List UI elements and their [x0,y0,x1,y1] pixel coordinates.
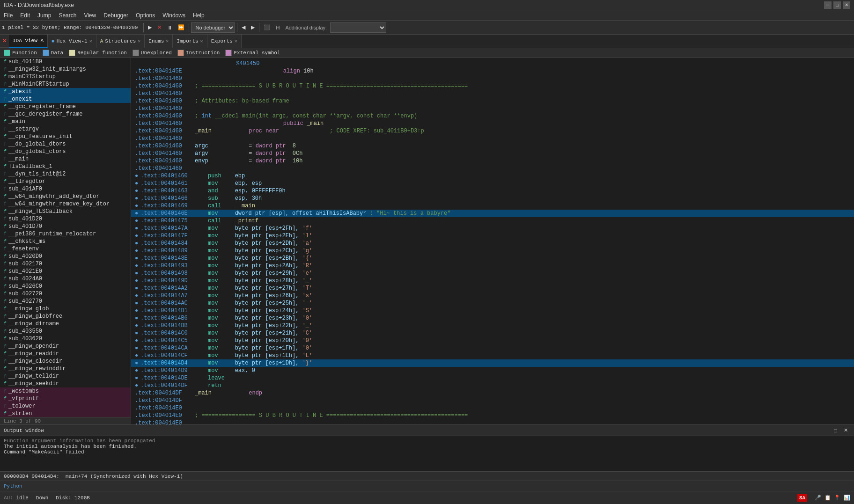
menu-options[interactable]: Options [132,11,159,20]
graph-button[interactable]: ⬛ [261,22,272,33]
debugger-select[interactable]: No debugger [191,22,235,33]
asm-line-mov-T[interactable]: ● .text:004014A2 mov byte ptr [esp+27h],… [131,285,854,292]
asm-line-retn[interactable]: ● .text:004014DF retn [131,382,854,389]
output-close-button[interactable]: ✕ [841,425,850,436]
tab-hex-close[interactable]: ✕ [89,38,92,44]
asm-line-mov-l[interactable]: ● .text:0040147F mov byte ptr [esp+2Eh],… [131,232,854,240]
asm-line-mov-f[interactable]: ● .text:0040147A mov byte ptr [esp+2Fh],… [131,225,854,232]
sidebar-item-sub402720[interactable]: f sub_402720 [0,290,131,298]
run-button[interactable]: ▶ [146,22,154,33]
asm-line-mov-under1[interactable]: ● .text:0040149D mov byte ptr [esp+28h],… [131,277,854,285]
sidebar-item-sub4011b0[interactable]: f sub_4011B0 [0,58,131,66]
sidebar-item-atexit[interactable]: f _atexit [0,88,131,95]
tab-enums-close[interactable]: ✕ [166,38,169,44]
menu-debugger[interactable]: Debugger [100,11,132,20]
asm-line-mov-a[interactable]: ● .text:00401484 mov byte ptr [esp+2Dh],… [131,240,854,247]
sidebar-item-do-global-dtors[interactable]: f __do_global_dtors [0,140,131,148]
function-list[interactable]: f sub_4011B0 f __mingw32_init_mainargs f… [0,58,131,424]
sidebar-item-gcc-deregister[interactable]: f __gcc_deregister_frame [0,110,131,118]
sidebar-item-sub403550[interactable]: f sub_403550 [0,328,131,335]
asm-line-mov-space[interactable]: ● .text:004014AC mov byte ptr [esp+25h],… [131,299,854,307]
forward-button[interactable]: ▶ [249,22,257,33]
sidebar-item-wcstombs[interactable]: f _wcstombs [0,387,131,395]
asm-line-sub-esp[interactable]: ● .text:00401466 sub esp, 30h [131,195,854,202]
asm-line-align[interactable]: .text:0040145E align 10h [131,67,854,75]
window-controls[interactable]: ─ □ ✕ [824,1,850,9]
asm-line-mov-C[interactable]: ● .text:004014C0 mov byte ptr [esp+21h],… [131,329,854,337]
sidebar-item-mingw-dirname[interactable]: f __mingw_dirname [0,320,131,328]
sidebar-item-mingw-globfree[interactable]: f __mingw_globfree [0,313,131,320]
asm-line-mov-S[interactable]: ● .text:004014B1 mov byte ptr [esp+24h],… [131,307,854,314]
sidebar-item-sub401d70[interactable]: f sub_401D70 [0,223,131,230]
step-button[interactable]: ⏩ [176,22,187,33]
sidebar-item-sub4020d0[interactable]: f sub_4020D0 [0,253,131,260]
stop-button[interactable]: ✕ [155,22,164,33]
hex-button[interactable]: H [273,22,282,33]
asm-line-mov-0b[interactable]: ● .text:004014C5 mov byte ptr [esp+20h],… [131,337,854,344]
sidebar-item-tlscallback[interactable]: f TlsCallback_1 [0,163,131,170]
sidebar-item-chkstk[interactable]: f __chkstk_ms [0,238,131,245]
sidebar-item-maincrt[interactable]: f mainCRTStartup [0,73,131,80]
sidebar-item-gcc-register[interactable]: f __gcc_register_frame [0,103,131,110]
sidebar-item-vfprintf[interactable]: f _vfprintf [0,395,131,402]
sidebar-item-mingw-telldir[interactable]: f __mingw_telldir [0,373,131,380]
sidebar-item-mingw-glob[interactable]: f __mingw_glob [0,305,131,313]
sidebar-item-fesetenv[interactable]: f _fesetenv [0,245,131,253]
menu-edit[interactable]: Edit [16,11,34,20]
asm-line-and-esp[interactable]: ● .text:00401463 and esp, 0FFFFFFF0h [131,187,854,195]
sidebar-item-setargv[interactable]: f __setargv [0,125,131,133]
tab-structures[interactable]: A Structures ✕ [96,35,145,48]
asm-line-mov-eax0[interactable]: ● .text:004014D9 mov eax, 0 [131,367,854,374]
sidebar-item-mingw-readdir[interactable]: f __mingw_readdir [0,350,131,358]
asm-line-mov-R[interactable]: ● .text:00401493 mov byte ptr [esp+2Ah],… [131,262,854,270]
maximize-button[interactable]: □ [833,1,841,9]
asm-line-call-printf[interactable]: ● .text:00401475 call _printf [131,217,854,225]
asm-line-mov-closebrace[interactable]: ● .text:004014D4 mov byte ptr [esp+1Dh],… [131,359,854,367]
pause-button[interactable]: ⏸ [165,22,175,33]
sidebar-item-winmaincrt[interactable]: f _WinMainCRTStartup [0,80,131,88]
output-restore-button[interactable]: □ [832,425,839,436]
asm-line-leave[interactable]: ● .text:004014DE leave [131,374,854,382]
tab-imports[interactable]: Imports ✕ [173,35,207,48]
menu-view[interactable]: View [80,11,100,20]
sidebar-item-main2[interactable]: f __main [0,155,131,163]
tab-enums[interactable]: Enums ✕ [145,35,173,48]
sidebar-item-strlen[interactable]: f _strlen [0,410,131,417]
sidebar-item-onexit[interactable]: f _onexit [0,95,131,103]
asm-line-mov-0a[interactable]: ● .text:004014B6 mov byte ptr [esp+23h],… [131,314,854,322]
asm-content-area[interactable]: %401450 .text:0040145E align 10h .text:0… [131,58,854,424]
sidebar-item-sub401af0[interactable]: f sub_401AF0 [0,185,131,193]
sidebar-item-w64-remove[interactable]: f __w64_mingwthr_remove_key_dtor [0,200,131,208]
menu-jump[interactable]: Jump [34,11,55,20]
sidebar-item-do-global-ctors[interactable]: f __do_global_ctors [0,148,131,155]
asm-line-call-main[interactable]: ● .text:00401469 call __main [131,202,854,210]
sidebar-item-sub4021e0[interactable]: f sub_4021E0 [0,268,131,275]
asm-line-mov-g[interactable]: ● .text:00401489 mov byte ptr [esp+2Ch],… [131,247,854,255]
sidebar-item-sub4026c0[interactable]: f sub_4026C0 [0,283,131,290]
sidebar-item-w64-add[interactable]: f __w64_mingwthr_add_key_dtor [0,193,131,200]
tab-ida-view[interactable]: IDA View-A [9,35,48,48]
sidebar-item-cpu-features[interactable]: f __cpu_features_init [0,133,131,140]
tab-exports[interactable]: Exports ✕ [207,35,242,48]
sidebar-item-sub401d20[interactable]: f sub_401D20 [0,215,131,223]
back-button[interactable]: ◀ [239,22,248,33]
sidebar-item-dyn-tls[interactable]: f __dyn_tls_init@12 [0,170,131,178]
sidebar-item-mingw-seekdir[interactable]: f __mingw_seekdir [0,380,131,387]
menu-search[interactable]: Search [55,11,80,20]
sidebar-item-tlregdtor[interactable]: f __tlregdtor [0,178,131,185]
sidebar-item-mingw32init[interactable]: f __mingw32_init_mainargs [0,66,131,73]
tab-imports-close[interactable]: ✕ [200,38,203,44]
sidebar-item-mingw-tls[interactable]: f __mingw_TLSCallback [0,208,131,215]
minimize-button[interactable]: ─ [824,1,832,9]
tab-struct-close[interactable]: ✕ [138,38,140,44]
tab-hex-view[interactable]: ■ Hex View-1 ✕ [48,35,96,48]
menu-help[interactable]: Help [189,11,208,20]
asm-line-mov-under2[interactable]: ● .text:004014BB mov byte ptr [esp+22h],… [131,322,854,329]
sidebar-item-sub4024a0[interactable]: f sub_4024A0 [0,275,131,283]
close-button[interactable]: ✕ [843,1,850,9]
asm-line-mov-L[interactable]: ● .text:004014CF mov byte ptr [esp+1Eh],… [131,352,854,359]
asm-line-mov-brace[interactable]: ● .text:0040148E mov byte ptr [esp+2Bh],… [131,255,854,262]
sidebar-item-tolower[interactable]: f _tolower [0,402,131,410]
output-panel-controls[interactable]: □ ✕ [832,425,850,436]
menu-windows[interactable]: Windows [159,11,189,20]
